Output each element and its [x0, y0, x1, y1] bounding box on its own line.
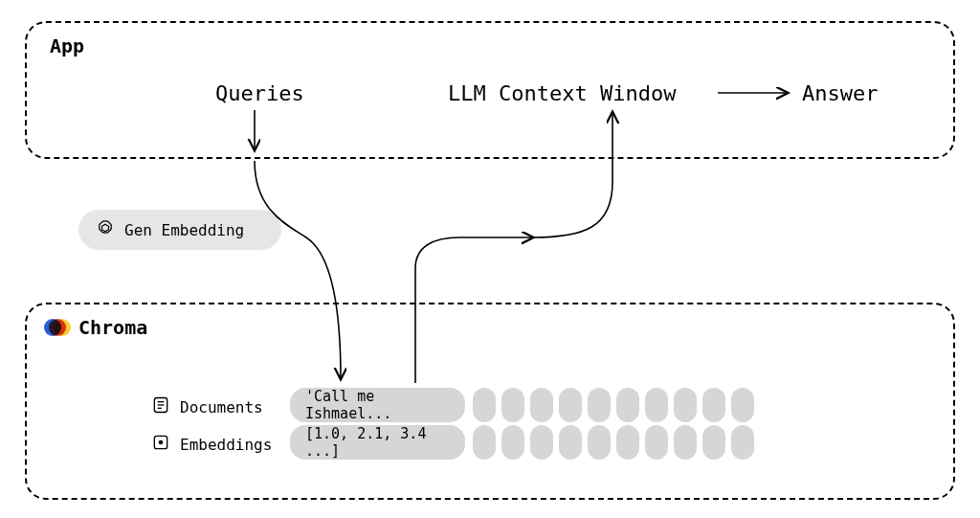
gen-embedding-pill: Gen Embedding [78, 210, 281, 250]
ghost-emb-pill [501, 425, 524, 460]
ghost-emb-pill [473, 425, 496, 460]
gen-embedding-label: Gen Embedding [124, 221, 244, 239]
ghost-doc-pill [645, 388, 668, 422]
ghost-emb-pill [674, 425, 697, 460]
document-icon [151, 395, 170, 418]
ghost-emb-pill [588, 425, 611, 460]
chroma-logo: Chroma [44, 316, 147, 339]
openai-icon [96, 218, 115, 241]
ghost-emb-pill [559, 425, 582, 460]
documents-row-label: Documents [151, 395, 263, 418]
ghost-doc-pill [702, 388, 725, 422]
ghost-doc-pill [588, 388, 611, 422]
app-box-title: App [50, 34, 84, 57]
embedding-sample-pill: [1.0, 2.1, 3.4 ...] [290, 425, 465, 460]
chroma-box-title: Chroma [78, 316, 147, 339]
ghost-emb-pill [645, 425, 668, 460]
svg-point-5 [159, 440, 162, 443]
queries-node: Queries [215, 81, 304, 105]
llm-context-node: LLM Context Window [448, 81, 676, 105]
ghost-doc-pill [530, 388, 553, 422]
embeddings-label-text: Embeddings [180, 436, 272, 454]
chroma-logo-icon [44, 317, 71, 338]
ghost-doc-pill [473, 388, 496, 422]
ghost-doc-pill [731, 388, 754, 422]
ghost-emb-pill [616, 425, 639, 460]
ghost-doc-pill [674, 388, 697, 422]
documents-label-text: Documents [180, 398, 263, 417]
document-sample-pill: 'Call me Ishmael... [290, 388, 465, 422]
ghost-doc-pill [616, 388, 639, 422]
ghost-emb-pill [530, 425, 553, 460]
answer-node: Answer [802, 81, 878, 105]
ghost-emb-pill [702, 425, 725, 460]
embeddings-row-label: Embeddings [151, 433, 272, 456]
ghost-doc-pill [559, 388, 582, 422]
embedding-icon [151, 433, 170, 456]
ghost-emb-pill [731, 425, 754, 460]
ghost-doc-pill [501, 388, 524, 422]
